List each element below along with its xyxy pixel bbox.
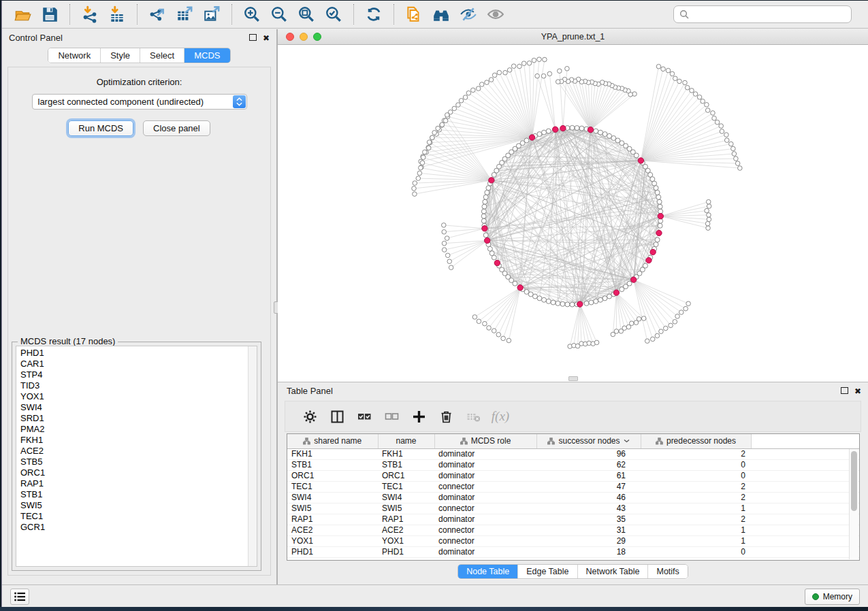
- column-header-shared-name[interactable]: shared name: [287, 434, 378, 448]
- mcds-result-item[interactable]: FKH1: [20, 435, 257, 446]
- mcds-list-scrollbar[interactable]: [248, 346, 257, 566]
- control-panel-float-button[interactable]: [249, 34, 257, 42]
- table-panel-float-button[interactable]: [841, 387, 848, 395]
- mcds-result-item[interactable]: STP4: [20, 369, 257, 380]
- task-history-button[interactable]: [10, 589, 29, 605]
- refresh-button[interactable]: [360, 3, 387, 26]
- select-all-button[interactable]: [352, 404, 376, 429]
- tab-motifs[interactable]: Motifs: [647, 565, 687, 578]
- table-row[interactable]: STB1STB1dominator620: [287, 459, 859, 470]
- mcds-result-item[interactable]: YOX1: [20, 391, 257, 402]
- tab-edge-table[interactable]: Edge Table: [517, 565, 577, 578]
- table-scrollbar[interactable]: [849, 449, 858, 559]
- column-header-name[interactable]: name: [378, 434, 434, 448]
- table-row[interactable]: RAP1RAP1dominator352: [287, 514, 859, 525]
- network-canvas[interactable]: [278, 45, 868, 382]
- new-network-from-selection-button[interactable]: [400, 3, 428, 26]
- mcds-result-item[interactable]: TEC1: [20, 511, 257, 522]
- columns-button[interactable]: [325, 404, 349, 429]
- export-network-button[interactable]: [144, 3, 171, 26]
- delete-table-button[interactable]: [461, 404, 485, 429]
- mcds-result-item[interactable]: SRD1: [20, 413, 257, 424]
- new-network-from-selection-icon: [405, 5, 423, 23]
- mcds-result-item[interactable]: SWI5: [20, 500, 257, 511]
- mcds-result-item[interactable]: ORC1: [20, 467, 257, 478]
- export-table-button[interactable]: [171, 3, 198, 26]
- mcds-result-item[interactable]: PHD1: [20, 348, 257, 359]
- cell-predecessor-nodes: 2: [641, 448, 751, 459]
- function-icon: f(x): [492, 409, 509, 424]
- control-panel-close-button[interactable]: ✖: [263, 34, 270, 42]
- export-image-button[interactable]: [198, 3, 225, 26]
- zoom-selected-button[interactable]: [320, 3, 347, 26]
- network-graph[interactable]: [278, 45, 868, 381]
- columns-icon: [330, 410, 344, 424]
- cell-successor-nodes: 61: [536, 470, 641, 481]
- table-row[interactable]: YOX1YOX1connector291: [287, 535, 859, 546]
- function-button[interactable]: f(x): [488, 404, 513, 429]
- gear-button[interactable]: [298, 404, 322, 429]
- save-button[interactable]: [36, 3, 63, 26]
- tab-style[interactable]: Style: [100, 48, 140, 63]
- table-tabs: Node TableEdge TableNetwork TableMotifs: [278, 561, 868, 582]
- tab-network[interactable]: Network: [48, 48, 100, 63]
- cell-name: SWI5: [378, 503, 434, 514]
- mcds-result-item[interactable]: ACE2: [20, 446, 257, 457]
- mcds-result-item[interactable]: RAP1: [20, 478, 257, 489]
- mcds-result-item[interactable]: STB1: [20, 489, 257, 500]
- select-all-icon: [357, 410, 372, 424]
- mcds-result-item[interactable]: PMA2: [20, 424, 257, 435]
- close-panel-button[interactable]: Close panel: [143, 120, 210, 136]
- tab-mcds[interactable]: MCDS: [184, 48, 229, 63]
- table-panel-close-button[interactable]: ✖: [854, 387, 861, 395]
- main-toolbar: [2, 1, 868, 29]
- table-row[interactable]: SWI4SWI4dominator462: [287, 492, 859, 503]
- unselect-all-button[interactable]: [379, 404, 404, 429]
- hide-selected-button[interactable]: [455, 3, 482, 26]
- tab-select[interactable]: Select: [140, 48, 184, 63]
- table-row[interactable]: ACE2ACE2connector311: [287, 525, 859, 535]
- tab-node-table[interactable]: Node Table: [458, 565, 517, 578]
- zoom-fit-button[interactable]: [293, 3, 320, 26]
- zoom-out-button[interactable]: [266, 3, 293, 26]
- application-window: Control Panel ✖ NetworkStyleSelectMCDS O…: [1, 1, 868, 608]
- first-neighbors-button[interactable]: [428, 3, 455, 26]
- network-table-splitter-grip[interactable]: [568, 376, 578, 381]
- mcds-result-item[interactable]: CAR1: [20, 359, 257, 369]
- add-column-button[interactable]: [406, 404, 431, 429]
- show-all-button[interactable]: [482, 3, 509, 26]
- table-row[interactable]: FKH1FKH1dominator962: [287, 448, 859, 459]
- mcds-result-item[interactable]: STB5: [20, 457, 257, 467]
- tab-network-table[interactable]: Network Table: [577, 565, 648, 578]
- optimization-criterion-select[interactable]: largest connected component (undirected): [32, 94, 247, 110]
- memory-button[interactable]: Memory: [805, 589, 860, 605]
- table-row[interactable]: SWI5SWI5connector431: [287, 503, 859, 514]
- unselect-all-icon: [385, 410, 399, 424]
- search-input[interactable]: [693, 10, 846, 19]
- column-header-MCDS-role[interactable]: MCDS role: [434, 434, 536, 448]
- mcds-result-item[interactable]: GCR1: [20, 522, 257, 533]
- table-row[interactable]: TEC1TEC1connector472: [287, 481, 859, 492]
- table-row[interactable]: ORC1ORC1dominator610: [287, 470, 859, 481]
- cell-name: YOX1: [378, 535, 434, 546]
- table-scrollbar-thumb[interactable]: [851, 451, 857, 511]
- column-type-icon: [656, 437, 663, 445]
- delete-column-button[interactable]: [434, 404, 458, 429]
- mcds-result-item[interactable]: TID3: [20, 380, 257, 391]
- table-row[interactable]: PHD1PHD1dominator180: [287, 546, 859, 557]
- node-table[interactable]: shared namenameMCDS rolesuccessor nodesp…: [287, 434, 859, 558]
- open-button[interactable]: [9, 3, 36, 26]
- cell-shared-name: ACE2: [287, 525, 378, 535]
- search-box[interactable]: [673, 5, 852, 23]
- column-header-predecessor-nodes[interactable]: predecessor nodes: [641, 434, 751, 448]
- run-mcds-button[interactable]: Run MCDS: [68, 120, 133, 136]
- cell-filler: [751, 459, 859, 470]
- import-network-button[interactable]: [76, 3, 103, 26]
- mcds-result-list[interactable]: PHD1CAR1STP4TID3YOX1SWI4SRD1PMA2FKH1ACE2…: [16, 346, 257, 567]
- cell-predecessor-nodes: 2: [641, 514, 751, 525]
- zoom-in-button[interactable]: [238, 3, 266, 26]
- mcds-result-item[interactable]: SWI4: [20, 402, 257, 413]
- cell-shared-name: FKH1: [287, 448, 378, 459]
- column-header-successor-nodes[interactable]: successor nodes: [536, 434, 641, 448]
- import-table-button[interactable]: [103, 3, 131, 26]
